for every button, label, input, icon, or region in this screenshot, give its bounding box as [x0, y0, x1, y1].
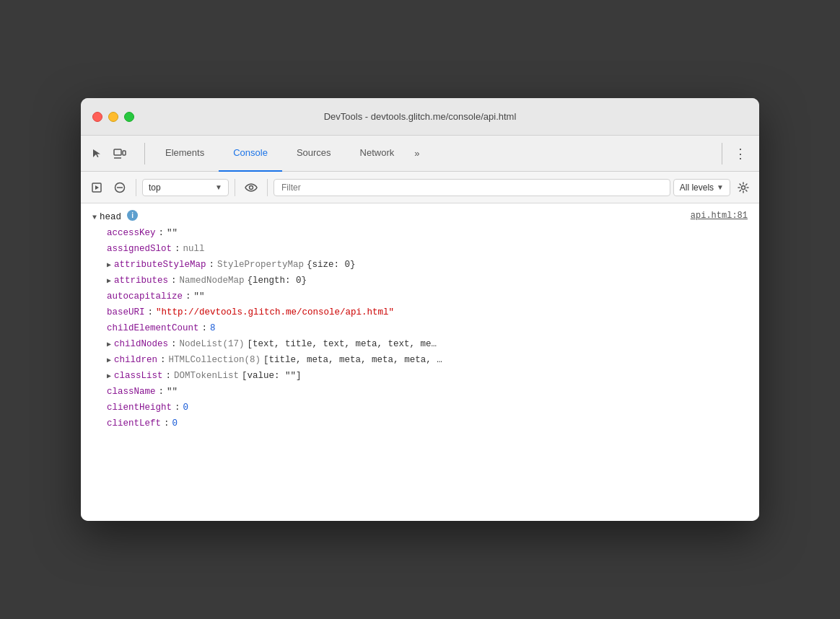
filter-input[interactable]: [274, 179, 670, 196]
prop-key: baseURI: [107, 305, 145, 320]
console-entry: api.html:81 ▼ head i accessKey : "" assi…: [92, 209, 748, 431]
prop-baseuri: baseURI : "http://devtools.glitch.me/con…: [92, 304, 748, 320]
prop-key: childElementCount: [107, 321, 199, 335]
tab-bar-icons: [87, 144, 130, 164]
eye-icon[interactable]: [241, 177, 261, 198]
minimize-button[interactable]: [108, 112, 118, 122]
tab-bar-right: ⋮: [716, 143, 753, 164]
expand-head-icon[interactable]: ▼: [92, 212, 97, 224]
device-icon[interactable]: [110, 144, 130, 164]
prop-key: autocapitalize: [107, 289, 183, 304]
prop-accesskey: accessKey : "": [92, 225, 748, 241]
expand-icon[interactable]: ▶: [107, 339, 111, 351]
toolbar-divider-2: [235, 179, 235, 196]
tab-console[interactable]: Console: [219, 136, 282, 172]
tabs: Elements Console Sources Network »: [151, 136, 716, 172]
svg-point-8: [742, 185, 745, 189]
prop-childnodes: ▶ childNodes : NodeList(17) [text, title…: [92, 336, 748, 352]
tab-network[interactable]: Network: [346, 136, 409, 172]
console-toolbar: top ▼ All levels ▼: [81, 172, 759, 203]
clear-icon[interactable]: [110, 177, 130, 198]
traffic-lights: [92, 112, 134, 122]
inspect-icon[interactable]: [87, 144, 107, 164]
svg-rect-0: [114, 149, 121, 155]
info-badge[interactable]: i: [127, 210, 138, 221]
svg-rect-1: [123, 151, 126, 155]
toolbar-divider-1: [136, 179, 136, 196]
prop-key: classList: [114, 369, 163, 383]
tab-elements[interactable]: Elements: [151, 136, 219, 172]
prop-childelementcount: childElementCount : 8: [92, 320, 748, 336]
prop-clientheight: clientHeight : 0: [92, 400, 748, 416]
prop-clientleft: clientLeft : 0: [92, 416, 748, 431]
prop-key: accessKey: [107, 226, 156, 240]
run-icon[interactable]: [87, 177, 107, 198]
tab-sources[interactable]: Sources: [282, 136, 346, 172]
context-arrow-icon: ▼: [215, 183, 222, 191]
prop-attributestylemap: ▶ attributeStyleMap : StylePropertyMap {…: [92, 257, 748, 273]
prop-autocapitalize: autocapitalize : "": [92, 289, 748, 304]
title-bar: DevTools - devtools.glitch.me/console/ap…: [81, 98, 759, 136]
prop-assignedslot: assignedSlot : null: [92, 241, 748, 257]
expand-icon[interactable]: ▶: [107, 355, 111, 366]
tab-more[interactable]: »: [408, 144, 425, 163]
right-divider: [722, 143, 722, 164]
prop-key: className: [107, 385, 156, 399]
levels-text: All levels: [680, 183, 714, 193]
prop-key: clientHeight: [107, 400, 172, 415]
svg-marker-4: [95, 185, 99, 190]
settings-icon[interactable]: [733, 177, 753, 198]
tab-bar: Elements Console Sources Network » ⋮: [81, 136, 759, 172]
prop-key: children: [114, 353, 157, 367]
prop-children: ▶ children : HTMLCollection(8) [title, m…: [92, 352, 748, 368]
prop-key: clientLeft: [107, 416, 161, 431]
window-title: DevTools - devtools.glitch.me/console/ap…: [324, 111, 517, 122]
devtools-window: DevTools - devtools.glitch.me/console/ap…: [81, 98, 759, 521]
maximize-button[interactable]: [124, 112, 134, 122]
levels-arrow-icon: ▼: [717, 183, 724, 191]
prop-key: attributeStyleMap: [114, 258, 206, 272]
close-button[interactable]: [92, 112, 102, 122]
console-content: api.html:81 ▼ head i accessKey : "" assi…: [81, 203, 759, 521]
prop-classname: className : "": [92, 384, 748, 400]
tab-divider: [144, 143, 145, 164]
source-link[interactable]: api.html:81: [691, 209, 748, 223]
levels-selector[interactable]: All levels ▼: [673, 179, 730, 196]
svg-point-7: [250, 185, 253, 189]
prop-key: childNodes: [114, 337, 168, 351]
more-options-icon[interactable]: ⋮: [728, 143, 753, 164]
prop-key: attributes: [114, 273, 168, 288]
context-text: top: [149, 183, 212, 193]
prop-key: assignedSlot: [107, 242, 172, 256]
expand-icon[interactable]: ▶: [107, 276, 111, 287]
expand-icon[interactable]: ▶: [107, 371, 111, 382]
expand-icon[interactable]: ▶: [107, 260, 111, 271]
head-line: ▼ head i: [92, 209, 691, 225]
context-selector[interactable]: top ▼: [142, 179, 229, 196]
prop-classlist: ▶ classList : DOMTokenList [value: ""]: [92, 368, 748, 384]
toolbar-divider-3: [267, 179, 268, 196]
head-label: head: [100, 210, 121, 224]
prop-attributes: ▶ attributes : NamedNodeMap {length: 0}: [92, 273, 748, 289]
